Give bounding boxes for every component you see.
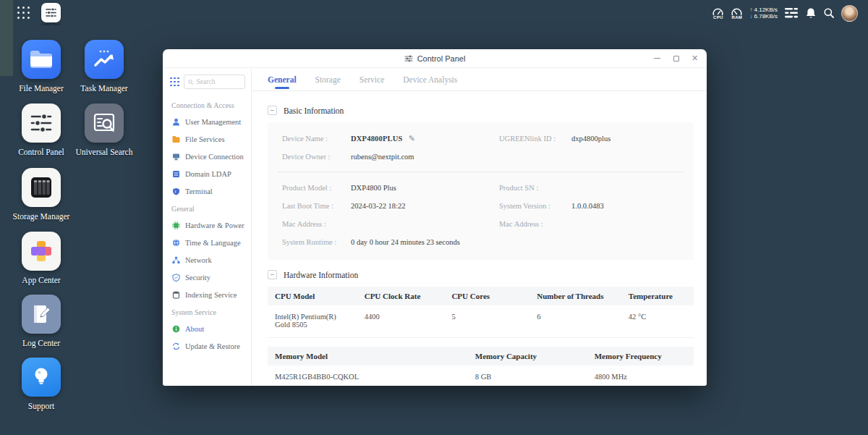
device-name-value: DXP4800PLUS <box>351 135 403 143</box>
desktop-icon-support[interactable]: Support <box>8 358 75 410</box>
launcher-button[interactable] <box>17 7 30 20</box>
desktop-icon-label: Log Center <box>8 339 75 347</box>
sidebar-item-label: User Management <box>185 118 241 126</box>
sidebar-item-label: Time & Language <box>185 239 241 247</box>
minimize-icon <box>654 58 660 59</box>
field-label: System Version : <box>499 202 571 210</box>
column-header: CPU Cores <box>444 287 529 305</box>
field-label: Last Boot Time : <box>282 202 351 210</box>
desktop-icon-control-panel[interactable]: Control Panel <box>8 104 75 156</box>
collapse-basic-info-button[interactable]: − <box>268 106 277 115</box>
sidebar-apps-grid-icon[interactable] <box>170 77 179 87</box>
window-title: Control Panel <box>417 54 466 63</box>
notifications-button[interactable] <box>805 7 817 20</box>
basic-info-panel: Device Name : DXP4800PLUS ✎ UGREENlink I… <box>268 122 694 260</box>
column-header: CPU Model <box>268 287 357 305</box>
tab-device-analysis[interactable]: Device Analysis <box>403 75 457 90</box>
desktop-icon-label: Support <box>8 402 75 410</box>
tab-general[interactable]: General <box>268 75 297 90</box>
sidebar-item-terminal[interactable]: Terminal <box>163 182 251 200</box>
sidebar-item-update-restore[interactable]: Update & Restore <box>163 337 251 355</box>
search-button[interactable] <box>823 7 835 19</box>
sidebar-section-connection-access: Connection & Access <box>163 96 251 113</box>
control-panel-sidebar: Connection & Access User Management File… <box>163 68 252 386</box>
search-input[interactable] <box>197 78 241 85</box>
field-label: Mac Address : <box>282 220 351 228</box>
network-speed[interactable]: ↑ 4.12KB/s ↓ 6.78KB/s <box>749 7 778 20</box>
storage-manager-icon <box>22 168 61 207</box>
desktop-icon-task-manager[interactable]: Task Manager <box>71 40 137 93</box>
control-panel-desktop-icon <box>22 104 61 143</box>
sidebar-item-device-connection[interactable]: Device Connection <box>163 148 251 165</box>
memory-table-header-row: Memory Model Memory Capacity Memory Freq… <box>268 347 694 366</box>
edit-device-name-icon[interactable]: ✎ <box>409 134 415 143</box>
window-titlebar[interactable]: Control Panel ✕ <box>163 49 707 68</box>
desktop-icon-file-manager[interactable]: File Manager <box>8 40 75 93</box>
sidebar-item-user-management[interactable]: User Management <box>163 113 251 130</box>
desktop-icon-label: Task Manager <box>71 84 137 93</box>
table-gap <box>268 338 694 347</box>
cpu-temp-cell: 42 °C <box>621 305 694 338</box>
table-row: M425R1GB4BB0-CQKOL 8 GB 4800 MHz <box>268 366 694 386</box>
taskbar-control-panel-app[interactable]: Control Panel <box>40 3 61 27</box>
desktop-icon-universal-search[interactable]: Universal Search <box>71 104 137 156</box>
cpu-threads-cell: 6 <box>529 305 621 338</box>
globe-icon <box>171 238 180 247</box>
tab-bar: General Storage Service Device Analysis <box>268 75 694 90</box>
cpu-cores-cell: 5 <box>444 305 529 338</box>
cpu-model-cell: Intel(R) Pentium(R) Gold 8505 <box>268 305 357 338</box>
hardware-info-title: Hardware Information <box>284 271 358 279</box>
memory-capacity-cell: 8 GB <box>468 366 587 386</box>
field-label: Device Name : <box>282 135 351 143</box>
search-icon <box>188 79 194 85</box>
desktop-icon-label: Storage Manager <box>8 212 75 221</box>
sidebar-item-hardware-power[interactable]: Hardware & Power <box>163 216 251 234</box>
desktop-icon-storage-manager[interactable]: Storage Manager <box>8 168 75 221</box>
ram-monitor[interactable]: RAM <box>731 7 743 20</box>
sidebar-item-indexing-service[interactable]: Indexing Service <box>163 286 251 303</box>
sidebar-item-domain-ldap[interactable]: Domain LDAP <box>163 165 251 182</box>
taskbar-app-label: Control Panel <box>40 22 61 27</box>
sidebar-item-time-language[interactable]: Time & Language <box>163 234 251 251</box>
desktop-icon-log-center[interactable]: Log Center <box>8 295 75 347</box>
tab-storage[interactable]: Storage <box>315 75 341 90</box>
product-model-value: DXP4800 Plus <box>351 184 499 192</box>
ram-label: RAM <box>732 15 743 20</box>
collapse-hardware-info-button[interactable]: − <box>268 270 277 279</box>
user-avatar[interactable] <box>841 5 858 22</box>
log-center-icon <box>22 295 61 334</box>
sidebar-search-box[interactable] <box>184 75 245 89</box>
cpu-table: CPU Model CPU Clock Rate CPU Cores Numbe… <box>268 287 694 338</box>
last-boot-time-value: 2024-03-22 18:22 <box>351 202 499 210</box>
upload-arrow-icon: ↑ <box>749 7 752 13</box>
download-speed: 6.78KB/s <box>754 13 778 20</box>
widgets-button[interactable] <box>784 7 799 19</box>
maximize-button[interactable] <box>671 54 681 63</box>
field-label: Device Owner : <box>282 153 351 161</box>
support-icon <box>22 358 61 397</box>
refresh-icon <box>171 342 180 350</box>
minimize-button[interactable] <box>652 54 662 63</box>
sidebar-item-label: Network <box>185 256 212 264</box>
sidebar-item-file-services[interactable]: File Services <box>163 130 251 148</box>
ugreenlink-id-value: dxp4800plus <box>571 135 679 143</box>
cpu-table-header-row: CPU Model CPU Clock Rate CPU Cores Numbe… <box>268 287 694 305</box>
cpu-monitor[interactable]: CPU <box>712 7 724 20</box>
memory-frequency-cell: 4800 MHz <box>587 366 694 386</box>
sidebar-item-about[interactable]: About <box>163 320 251 337</box>
chip-icon <box>171 221 180 229</box>
panel-divider <box>278 172 684 172</box>
status-cluster: CPU RAM ↑ 4.12KB/s ↓ 6.78KB/s <box>712 3 858 23</box>
desktop-icon-app-center[interactable]: App Center <box>8 232 75 284</box>
general-tab-panel: − Basic Information Device Name : DXP480… <box>268 91 694 386</box>
sidebar-item-network[interactable]: Network <box>163 251 251 269</box>
sidebar-item-label: Domain LDAP <box>185 170 231 178</box>
sidebar-item-security[interactable]: Security <box>163 269 251 286</box>
basic-info-title: Basic Information <box>284 106 344 115</box>
field-label: System Runtime : <box>282 238 351 246</box>
table-row: Intel(R) Pentium(R) Gold 8505 4400 5 6 4… <box>268 305 694 338</box>
close-button[interactable]: ✕ <box>690 54 699 63</box>
tab-service[interactable]: Service <box>359 75 384 90</box>
bell-icon <box>805 7 817 20</box>
memory-table: Memory Model Memory Capacity Memory Freq… <box>268 347 694 386</box>
